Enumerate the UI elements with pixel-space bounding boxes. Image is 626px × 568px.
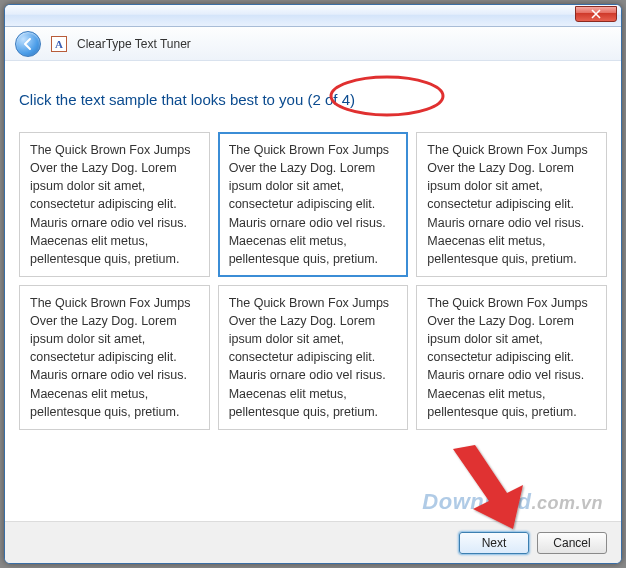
watermark: Download.com.vn <box>422 489 603 515</box>
app-icon: A <box>51 36 67 52</box>
sample-grid: The Quick Brown Fox Jumps Over the Lazy … <box>19 132 607 430</box>
back-button[interactable] <box>15 31 41 57</box>
instruction-text: Click the text sample that looks best to… <box>19 91 307 108</box>
instruction-heading: Click the text sample that looks best to… <box>19 91 607 108</box>
footer-button-bar: Next Cancel <box>5 521 621 563</box>
back-arrow-icon <box>21 37 35 51</box>
watermark-brand: Download <box>422 489 531 514</box>
close-icon <box>591 9 601 19</box>
wizard-window: A ClearType Text Tuner Click the text sa… <box>4 4 622 564</box>
app-title: ClearType Text Tuner <box>77 37 191 51</box>
content-area: Click the text sample that looks best to… <box>5 61 621 430</box>
text-sample-5[interactable]: The Quick Brown Fox Jumps Over the Lazy … <box>218 285 409 430</box>
next-annotation-arrow <box>445 443 535 533</box>
step-indicator: (2 of 4) <box>307 91 355 108</box>
text-sample-1[interactable]: The Quick Brown Fox Jumps Over the Lazy … <box>19 132 210 277</box>
titlebar <box>5 5 621 27</box>
text-sample-2[interactable]: The Quick Brown Fox Jumps Over the Lazy … <box>218 132 409 277</box>
text-sample-4[interactable]: The Quick Brown Fox Jumps Over the Lazy … <box>19 285 210 430</box>
text-sample-6[interactable]: The Quick Brown Fox Jumps Over the Lazy … <box>416 285 607 430</box>
navbar: A ClearType Text Tuner <box>5 27 621 61</box>
next-button[interactable]: Next <box>459 532 529 554</box>
cancel-button[interactable]: Cancel <box>537 532 607 554</box>
watermark-ext: .com.vn <box>531 493 603 513</box>
svg-marker-1 <box>453 445 523 529</box>
close-button[interactable] <box>575 6 617 22</box>
text-sample-3[interactable]: The Quick Brown Fox Jumps Over the Lazy … <box>416 132 607 277</box>
